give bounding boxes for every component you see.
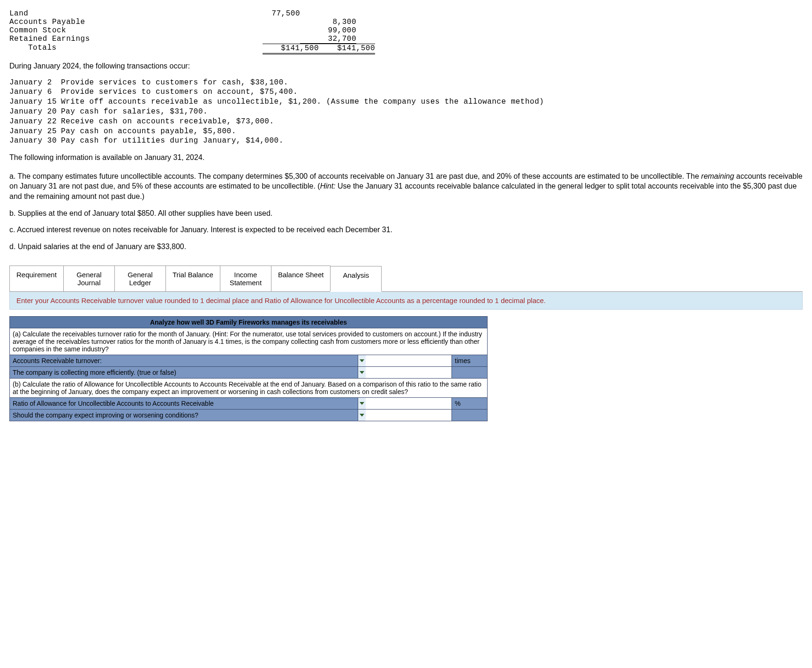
txn-date: January 15	[9, 97, 61, 107]
tab-general-journal[interactable]: General Journal	[63, 266, 115, 291]
info-b: b. Supplies at the end of January total …	[9, 208, 803, 219]
info-a-hint-label: Hint:	[320, 182, 336, 190]
txn-date: January 20	[9, 107, 61, 117]
analysis-panel: Analyze how well 3D Family Fireworks man…	[9, 316, 488, 421]
ratio-input-cell[interactable]	[358, 398, 452, 410]
txn-date: January 2	[9, 78, 61, 88]
totals-debit: $141,500	[263, 44, 319, 54]
txn-desc: Write off accounts receivable as uncolle…	[61, 97, 803, 107]
txn-desc: Receive cash on accounts receivable, $73…	[61, 117, 803, 127]
acct-name: Accounts Payable	[9, 18, 244, 26]
credit-val: 99,000	[300, 26, 356, 35]
info-heading: The following information is available o…	[9, 152, 803, 163]
txn-date: January 30	[9, 136, 61, 146]
intro-text: During January 2024, the following trans…	[9, 61, 803, 71]
debit-val: 77,500	[244, 9, 300, 18]
efficient-input-cell[interactable]	[358, 367, 452, 379]
tab-income-statement[interactable]: Income Statement	[220, 266, 271, 291]
expect-input[interactable]	[366, 410, 451, 421]
tab-general-ledger[interactable]: General Ledger	[114, 266, 166, 291]
info-a: a. The company estimates future uncollec…	[9, 171, 803, 202]
debit-val	[244, 26, 300, 35]
credit-val: 8,300	[300, 18, 356, 26]
blank-unit	[452, 410, 488, 421]
info-a-em: remaining	[701, 172, 734, 180]
txn-desc: Provide services to customers for cash, …	[61, 78, 803, 88]
ar-turnover-input[interactable]	[366, 355, 451, 366]
credit-val: 32,700	[300, 35, 356, 44]
tab-requirement[interactable]: Requirement	[9, 266, 64, 291]
expect-label: Should the company expect improving or w…	[10, 410, 358, 421]
pct-unit: %	[452, 398, 488, 410]
txn-desc: Pay cash on accounts payable, $5,800.	[61, 127, 803, 137]
tab-trial-balance[interactable]: Trial Balance	[165, 266, 220, 291]
acct-name: Common Stock	[9, 26, 244, 35]
dropdown-arrow-icon[interactable]	[358, 410, 366, 421]
tab-bar: Requirement General Journal General Ledg…	[9, 266, 803, 292]
totals-label: Totals	[9, 44, 263, 54]
tab-analysis[interactable]: Analysis	[330, 266, 382, 292]
expect-input-cell[interactable]	[358, 410, 452, 421]
txn-date: January 22	[9, 117, 61, 127]
panel-title: Analyze how well 3D Family Fireworks man…	[10, 317, 488, 328]
ledger-table: Land 77,500 Accounts Payable 8,300 Commo…	[9, 9, 803, 54]
txn-desc: Pay cash for utilities during January, $…	[61, 136, 803, 146]
acct-name: Retained Earnings	[9, 35, 244, 44]
txn-desc: Provide services to customers on account…	[61, 87, 803, 97]
dropdown-arrow-icon[interactable]	[358, 355, 366, 366]
debit-val	[244, 35, 300, 44]
debit-val	[244, 18, 300, 26]
ar-turnover-label: Accounts Receivable turnover:	[10, 355, 358, 367]
ratio-label: Ratio of Allowance for Uncollectible Acc…	[10, 398, 358, 410]
info-a-pre: a. The company estimates future uncollec…	[9, 172, 701, 180]
blank-unit	[452, 367, 488, 379]
question-a: (a) Calculate the receivables turnover r…	[10, 328, 488, 355]
info-c: c. Accrued interest revenue on notes rec…	[9, 225, 803, 235]
info-d: d. Unpaid salaries at the end of January…	[9, 242, 803, 252]
instruction-banner: Enter your Accounts Receivable turnover …	[9, 292, 803, 310]
totals-credit: $141,500	[319, 44, 375, 54]
tab-balance-sheet[interactable]: Balance Sheet	[271, 266, 331, 291]
txn-date: January 25	[9, 127, 61, 137]
efficient-input[interactable]	[366, 367, 451, 378]
times-unit: times	[452, 355, 488, 367]
credit-val	[300, 9, 356, 18]
dropdown-arrow-icon[interactable]	[358, 398, 366, 409]
efficient-label: The company is collecting more efficient…	[10, 367, 358, 379]
txn-desc: Pay cash for salaries, $31,700.	[61, 107, 803, 117]
acct-name: Land	[9, 9, 244, 18]
ratio-input[interactable]	[366, 398, 451, 409]
txn-date: January 6	[9, 87, 61, 97]
question-b: (b) Calculate the ratio of Allowance for…	[10, 379, 488, 398]
ar-turnover-input-cell[interactable]	[358, 355, 452, 367]
dropdown-arrow-icon[interactable]	[358, 367, 366, 378]
transactions-list: January 2Provide services to customers f…	[9, 78, 803, 146]
